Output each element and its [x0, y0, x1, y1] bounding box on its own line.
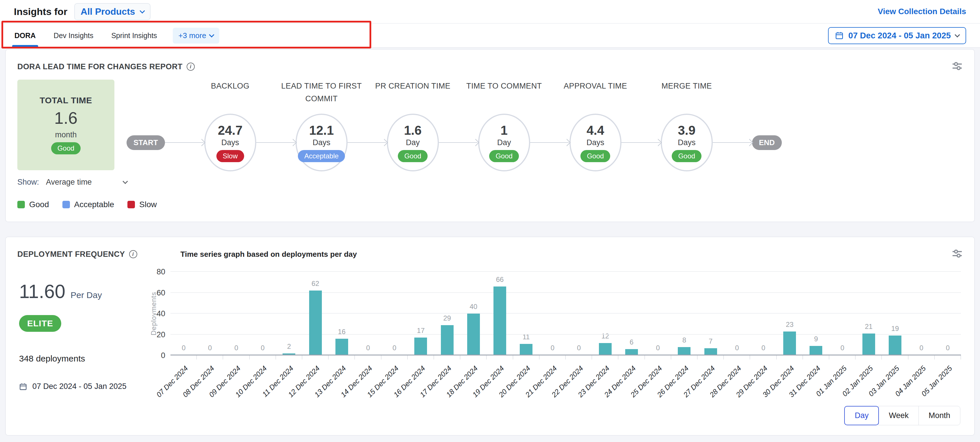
flow-arrow	[713, 114, 752, 171]
y-tick-label: 0	[161, 351, 165, 360]
calendar-icon	[835, 31, 844, 40]
granularity-week-button[interactable]: Week	[878, 406, 919, 425]
bar-slot: 7	[697, 272, 724, 355]
tab-dev-insights[interactable]: Dev Insights	[53, 25, 94, 47]
stage-status-badge: Acceptable	[298, 150, 345, 162]
lead-time-card: DORA LEAD TIME FOR CHANGES REPORT i TOTA…	[5, 49, 975, 222]
page-title: Insights for	[14, 6, 67, 17]
x-axis-labels: 07 Dec 202408 Dec 202409 Dec 202410 Dec …	[170, 355, 961, 410]
bar-value-label: 7	[709, 337, 713, 345]
bar-slot: 16	[328, 272, 355, 355]
tab-dora[interactable]: DORA	[14, 25, 37, 47]
bar-slot: 0	[170, 272, 197, 355]
product-selector[interactable]: All Products	[74, 3, 150, 20]
granularity-day-button[interactable]: Day	[844, 406, 879, 425]
flow-arrow	[622, 114, 661, 171]
granularity-toggle: DayWeekMonth	[845, 406, 960, 425]
bar-value-label: 8	[682, 336, 686, 344]
date-range-value: 07 Dec 2024 - 05 Jan 2025	[848, 31, 951, 40]
bar-slot: 0	[250, 272, 276, 355]
y-tick-label: 80	[157, 268, 165, 276]
bar-value-label: 0	[656, 344, 660, 352]
bar-value-label: 16	[338, 328, 345, 336]
gridline	[170, 313, 961, 314]
more-tabs-button[interactable]: +3 more	[173, 28, 219, 44]
stage-merge-time: MERGE TIME3.9DaysGood	[661, 80, 713, 171]
stage-lead-time-to-first-commit: LEAD TIME TO FIRST COMMIT12.1DaysAccepta…	[296, 80, 348, 171]
bar-value-label: 2	[287, 342, 291, 350]
bar	[783, 331, 796, 355]
bar-value-label: 0	[234, 344, 238, 352]
bar-slot: 0	[539, 272, 566, 355]
stage-pr-creation-time: PR CREATION TIME1.6DayGood	[387, 80, 439, 171]
bar-slot: 0	[197, 272, 223, 355]
gridline	[170, 292, 961, 293]
bar-value-label: 0	[366, 344, 370, 352]
bar-value-label: 0	[577, 344, 581, 352]
bar-slot: 12	[592, 272, 618, 355]
bar-value-label: 6	[630, 338, 633, 346]
stage-approval-time: APPROVAL TIME4.4DaysGood	[570, 80, 622, 171]
stage-status-badge: Good	[489, 150, 519, 162]
bar-value-label: 0	[550, 344, 554, 352]
bar-slot: 2	[276, 272, 302, 355]
chevron-down-icon	[955, 32, 960, 37]
bar-value-label: 0	[946, 344, 950, 352]
bar-slot: 0	[908, 272, 935, 355]
bar-value-label: 62	[312, 280, 319, 288]
chart-settings-icon[interactable]	[952, 249, 963, 260]
view-collection-details-link[interactable]: View Collection Details	[878, 7, 966, 16]
bar-slot: 19	[882, 272, 908, 355]
stage-unit: Days	[221, 138, 239, 147]
show-value-dropdown[interactable]: Average time	[46, 178, 92, 187]
bar	[414, 337, 427, 355]
bar	[336, 339, 348, 355]
tab-bar: DORADev InsightsSprint Insights +3 more …	[0, 24, 980, 47]
stage-unit: Days	[587, 138, 605, 147]
stage-label: APPROVAL TIME	[548, 80, 643, 114]
chart-settings-icon[interactable]	[952, 61, 963, 72]
bar-value-label: 0	[735, 344, 739, 352]
stage-status-badge: Good	[672, 150, 702, 162]
stage-value: 3.9	[678, 123, 695, 138]
info-icon[interactable]: i	[129, 250, 137, 258]
calendar-icon	[19, 383, 27, 391]
flow-start-pill: START	[127, 135, 165, 150]
stage-backlog: BACKLOG24.7DaysSlow	[204, 80, 256, 171]
flow-arrow	[530, 114, 570, 171]
bar-value-label: 0	[840, 344, 844, 352]
flow-end-pill: END	[752, 135, 782, 150]
bar-slot: 0	[566, 272, 592, 355]
bar-value-label: 12	[601, 332, 609, 340]
bar-value-label: 29	[443, 314, 451, 322]
stage-circle: 1DayGood	[478, 114, 530, 171]
legend-swatch	[18, 201, 25, 208]
legend-label: Acceptable	[74, 200, 115, 209]
flow-arrow	[348, 114, 387, 171]
total-time-status-badge: Good	[51, 142, 81, 154]
total-time-card: TOTAL TIME 1.6 month Good	[18, 80, 115, 170]
bar-slot: 9	[803, 272, 829, 355]
arrow-head-icon	[746, 139, 753, 146]
flow-end: END	[752, 114, 782, 171]
bar-slot: 21	[856, 272, 882, 355]
chevron-down-icon[interactable]	[123, 179, 128, 184]
deployment-stats: 11.60 Per Day ELITE 348 deployments 07 D…	[18, 265, 145, 415]
stage-value: 4.4	[587, 123, 604, 138]
bar-slot: 0	[750, 272, 776, 355]
granularity-month-button[interactable]: Month	[918, 406, 960, 425]
bar	[599, 343, 612, 356]
flow-arrow	[165, 114, 204, 171]
legend-item-slow: Slow	[127, 200, 157, 209]
tab-sprint-insights[interactable]: Sprint Insights	[111, 25, 158, 47]
bar-slot: 62	[302, 272, 328, 355]
info-icon[interactable]: i	[187, 63, 195, 71]
product-selector-value: All Products	[81, 6, 135, 17]
date-range-picker[interactable]: 07 Dec 2024 - 05 Jan 2025	[828, 27, 966, 44]
bar-value-label: 19	[891, 325, 899, 333]
stage-unit: Days	[678, 138, 696, 147]
chevron-down-icon	[140, 8, 145, 13]
bar-slot: 0	[223, 272, 249, 355]
plot-area: Deployments 0000262160017294066110012608…	[170, 272, 961, 355]
stage-status-badge: Good	[398, 150, 428, 162]
